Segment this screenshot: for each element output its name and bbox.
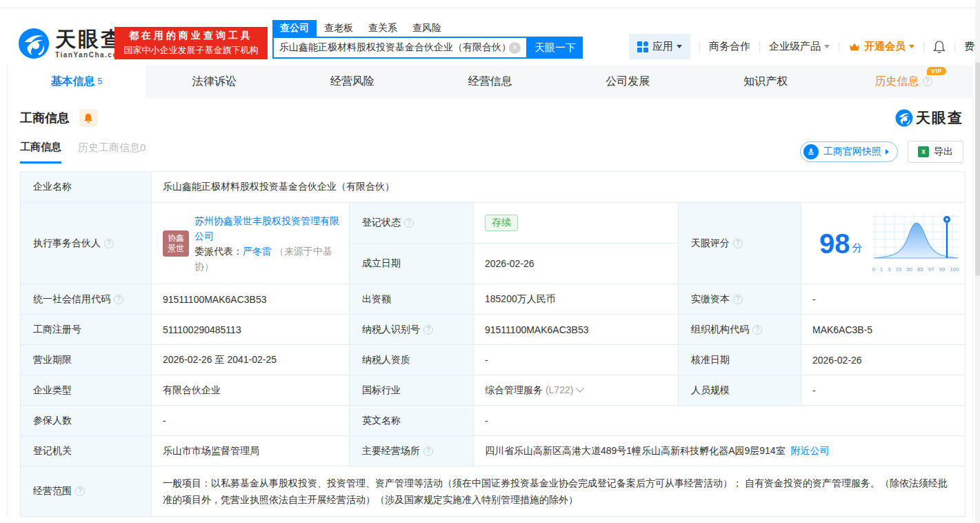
watermark-logo: 天眼查 (895, 108, 963, 128)
search-button[interactable]: 天眼一下 (528, 37, 583, 59)
delegate-name-link[interactable]: 严冬雷 (243, 246, 272, 257)
chevron-down-icon[interactable] (577, 384, 584, 392)
tab-operating-risk-label: 经营风险 (330, 75, 374, 89)
taxpayer-quality-value: - (474, 345, 679, 375)
table-row: 执行事务合伙人? 协鑫景世 苏州协鑫景世丰股权投资管理有限公司 委派代表：严冬雷… (21, 203, 966, 244)
chevron-down-icon (909, 45, 914, 48)
approval-date-value: 2026-02-26 (801, 345, 966, 375)
table-row: 企业名称 乐山鑫能正极材料股权投资基金合伙企业（有限合伙） (21, 172, 966, 203)
establish-date-label: 成立日期 (350, 244, 474, 284)
main-container: 基本信息5 法律诉讼 经营风险 经营信息 公司发展 知识产权 VIP 历史信息 … (7, 65, 973, 517)
scrollbar-track[interactable] (975, 0, 980, 523)
business-term-value: 2026-02-26 至 2041-02-25 (152, 345, 350, 375)
tab-intellectual-property[interactable]: 知识产权 (697, 65, 834, 98)
tab-basic-info-label: 基本信息 (51, 75, 95, 89)
banner-line2: 国家中小企业发展子基金旗下机构 (120, 44, 262, 57)
help-icon[interactable]: ? (104, 239, 114, 248)
search-tab-relation[interactable]: 查关系 (361, 20, 405, 37)
company-name-label: 企业名称 (21, 172, 152, 203)
help-icon[interactable]: ? (752, 325, 762, 335)
tab-operating-info-label: 经营信息 (468, 75, 512, 89)
promo-banner: 都在用的商业查询工具 国家中小企业发展子基金旗下机构 (114, 27, 268, 59)
industry-value: 综合管理服务 (L722) (474, 375, 679, 406)
paid-capital-label: 实缴资本? (679, 284, 801, 315)
tab-operating-info[interactable]: 经营信息 (421, 65, 559, 98)
official-snapshot-button[interactable]: 工商官网快照 (800, 141, 898, 162)
partner-label: 执行事务合伙人? (21, 203, 152, 284)
business-scope-label: 经营范围? (21, 466, 152, 517)
section-title: 工商信息 (20, 110, 70, 126)
nearby-companies-link[interactable]: 附近公司 (790, 445, 829, 456)
clear-search-icon[interactable]: × (509, 42, 521, 54)
export-button[interactable]: x 导出 (908, 141, 963, 163)
chevron-down-icon (824, 45, 830, 48)
tab-legal[interactable]: 法律诉讼 (146, 65, 283, 98)
help-icon[interactable]: ? (423, 446, 433, 456)
help-icon[interactable]: ? (923, 77, 932, 86)
approval-date-label: 核准日期 (679, 345, 801, 375)
nav-vip[interactable]: 开通会员 (848, 40, 914, 53)
partner-avatar[interactable]: 协鑫景世 (163, 230, 189, 257)
top-divider (0, 0, 980, 8)
nav-separator (839, 42, 839, 52)
help-icon[interactable]: ? (733, 295, 743, 304)
nav-enterprise[interactable]: 企业级产品 (769, 40, 830, 53)
tab-operating-risk[interactable]: 经营风险 (283, 65, 421, 98)
subtab-history-business-info[interactable]: 历史工商信息0 (78, 141, 146, 162)
help-icon[interactable]: ? (423, 325, 433, 335)
tab-intellectual-property-label: 知识产权 (743, 75, 788, 89)
tab-company-development[interactable]: 公司发展 (559, 65, 697, 98)
credit-code-value: 91511100MAK6AC3B53 (152, 284, 350, 315)
company-type-value: 有限合伙企业 (152, 375, 350, 406)
status-badge: 存续 (485, 215, 518, 231)
address-label-text: 主要经营场所 (362, 445, 420, 456)
nav-cooperation[interactable]: 商务合作 (709, 40, 750, 53)
tab-history-info[interactable]: VIP 历史信息 ? (834, 65, 972, 98)
search-tab-risk[interactable]: 查风险 (405, 20, 449, 37)
address-text: 四川省乐山高新区高港大道489号1幢乐山高新科技孵化器A园9层914室 (485, 445, 786, 456)
search-tab-boss[interactable]: 查老板 (317, 20, 361, 37)
search-input[interactable] (279, 42, 509, 53)
table-row: 经营范围? 一般项目：以私募基金从事股权投资、投资管理、资产管理等活动（须在中国… (21, 466, 966, 517)
company-name-value: 乐山鑫能正极材料股权投资基金合伙企业（有限合伙） (152, 172, 966, 203)
tab-basic-info[interactable]: 基本信息5 (8, 65, 146, 98)
help-icon[interactable]: ? (404, 218, 414, 228)
notification-bell-icon[interactable] (933, 40, 946, 54)
search-box: × (272, 37, 528, 59)
nav-vip-label: 开通会员 (864, 40, 906, 53)
partner-company-link[interactable]: 苏州协鑫景世丰股权投资管理有限公司 (194, 215, 339, 241)
nav-separator (759, 42, 760, 52)
tianyancha-logo[interactable]: 天眼查 TianYanCha.com (18, 28, 125, 59)
apps-grid-icon (637, 41, 648, 52)
taxpayer-id-value: 91511100MAK6AC3B53 (474, 315, 679, 345)
reg-authority-label: 登记机关 (21, 436, 152, 466)
bell-icon (83, 112, 93, 124)
table-row: 参保人数 - 英文名称 - (21, 406, 966, 436)
monitor-bell-button[interactable] (79, 109, 97, 127)
watermark-logo-text: 天眼查 (916, 108, 963, 128)
help-icon[interactable]: ? (75, 486, 85, 496)
insured-label: 参保人数 (21, 406, 152, 436)
official-snapshot-label: 工商官网快照 (823, 146, 881, 158)
watermark-logo-icon (895, 109, 913, 127)
industry-code: (L722) (546, 384, 573, 395)
excel-icon: x (918, 146, 929, 157)
tab-basic-info-count: 5 (98, 77, 103, 86)
nav-separator (954, 42, 955, 52)
subtab-business-info[interactable]: 工商信息 (20, 141, 61, 164)
search-tab-company[interactable]: 查公司 (272, 20, 317, 37)
help-icon[interactable]: ? (114, 295, 123, 304)
banner-line1: 都在用的商业查询工具 (120, 30, 262, 42)
address-value: 四川省乐山高新区高港大道489号1幢乐山高新科技孵化器A园9层914室 附近公司 (474, 436, 966, 466)
apps-menu[interactable]: 应用 (629, 34, 690, 59)
scrollbar-thumb[interactable] (975, 62, 980, 276)
help-icon[interactable]: ? (733, 239, 743, 248)
nav-enterprise-label: 企业级产品 (769, 40, 821, 53)
taxpayer-id-label: 纳税人识别号? (350, 315, 474, 345)
score-number: 98 (819, 230, 850, 257)
reg-authority-value: 乐山市市场监督管理局 (152, 436, 350, 466)
business-term-label: 营业期限 (21, 345, 152, 375)
table-row: 企业类型 有限合伙企业 国标行业 综合管理服务 (L722) 人员规模 - (21, 375, 966, 406)
english-name-label: 英文名称 (350, 406, 474, 436)
credit-code-label-text: 统一社会信用代码 (33, 293, 110, 304)
